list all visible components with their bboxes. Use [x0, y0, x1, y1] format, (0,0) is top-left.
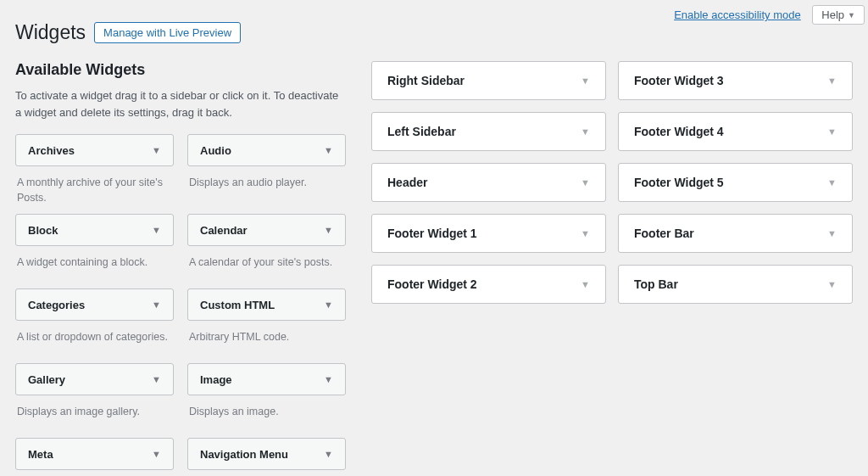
widget-label: Block [28, 224, 58, 237]
widget-description: Displays an image gallery. [15, 395, 174, 429]
widget-areas-panel: Right Sidebar ▼ Footer Widget 3 ▼ Left S… [371, 61, 853, 304]
widget-area-footer-widget-4[interactable]: Footer Widget 4 ▼ [618, 112, 853, 151]
caret-down-icon: ▼ [324, 225, 333, 235]
widget-navigation-menu[interactable]: Navigation Menu ▼ [187, 438, 346, 470]
widget-description: Displays an image. [187, 395, 346, 429]
area-label: Footer Bar [634, 227, 694, 240]
caret-down-icon: ▼ [848, 11, 855, 20]
widget-image[interactable]: Image ▼ [187, 363, 346, 395]
widget-description: A calendar of your site's posts. [187, 246, 346, 280]
caret-down-icon: ▼ [581, 76, 590, 86]
help-label: Help [821, 8, 844, 21]
widget-description: A list or dropdown of categories. [15, 321, 174, 355]
manage-live-preview-button[interactable]: Manage with Live Preview [94, 22, 241, 43]
area-label: Footer Widget 4 [634, 125, 724, 138]
caret-down-icon: ▼ [827, 228, 837, 238]
widget-block[interactable]: Block ▼ [15, 214, 174, 246]
widget-gallery[interactable]: Gallery ▼ [15, 363, 174, 395]
area-label: Footer Widget 3 [634, 74, 724, 87]
caret-down-icon: ▼ [152, 374, 161, 384]
widget-area-right-sidebar[interactable]: Right Sidebar ▼ [371, 61, 606, 100]
widget-label: Audio [200, 144, 231, 157]
widget-description: Add a navigation menu to your sidebar. [187, 470, 346, 476]
caret-down-icon: ▼ [324, 145, 333, 155]
accessibility-mode-link[interactable]: Enable accessibility mode [674, 8, 801, 21]
area-label: Header [387, 176, 427, 189]
widget-label: Gallery [28, 373, 65, 386]
caret-down-icon: ▼ [152, 225, 161, 235]
caret-down-icon: ▼ [581, 279, 590, 289]
widget-archives[interactable]: Archives ▼ [15, 134, 174, 166]
widget-description: A widget containing a block. [15, 246, 174, 280]
caret-down-icon: ▼ [152, 145, 161, 155]
caret-down-icon: ▼ [581, 177, 590, 188]
widget-area-top-bar[interactable]: Top Bar ▼ [618, 265, 853, 304]
widget-description: Arbitrary HTML code. [187, 321, 346, 355]
widget-label: Custom HTML [200, 299, 275, 311]
area-label: Footer Widget 2 [387, 277, 477, 291]
widget-area-footer-widget-3[interactable]: Footer Widget 3 ▼ [618, 61, 853, 100]
widget-label: Navigation Menu [200, 448, 288, 461]
available-widgets-panel: Available Widgets To activate a widget d… [15, 61, 346, 476]
caret-down-icon: ▼ [827, 126, 837, 137]
caret-down-icon: ▼ [152, 300, 161, 310]
widget-label: Archives [28, 144, 75, 157]
widget-area-footer-bar[interactable]: Footer Bar ▼ [618, 214, 853, 253]
caret-down-icon: ▼ [324, 300, 333, 310]
widget-categories[interactable]: Categories ▼ [15, 288, 174, 321]
widget-description: A monthly archive of your site's Posts. [15, 166, 174, 205]
widget-label: Categories [28, 299, 85, 311]
widget-area-footer-widget-2[interactable]: Footer Widget 2 ▼ [371, 265, 606, 304]
caret-down-icon: ▼ [581, 228, 590, 238]
caret-down-icon: ▼ [581, 126, 590, 137]
caret-down-icon: ▼ [827, 177, 837, 188]
caret-down-icon: ▼ [827, 76, 837, 86]
area-label: Left Sidebar [387, 125, 456, 138]
widget-area-header[interactable]: Header ▼ [371, 163, 606, 202]
area-label: Footer Widget 5 [634, 176, 724, 189]
widget-label: Meta [28, 448, 53, 461]
help-toggle[interactable]: Help ▼ [812, 5, 865, 25]
widget-area-left-sidebar[interactable]: Left Sidebar ▼ [371, 112, 606, 151]
widget-custom-html[interactable]: Custom HTML ▼ [187, 288, 346, 321]
widget-area-footer-widget-5[interactable]: Footer Widget 5 ▼ [618, 163, 853, 202]
page-title: Widgets [15, 21, 86, 44]
widget-label: Calendar [200, 224, 248, 237]
area-label: Top Bar [634, 277, 678, 291]
caret-down-icon: ▼ [324, 449, 333, 459]
available-widgets-description: To activate a widget drag it to a sideba… [15, 87, 346, 120]
caret-down-icon: ▼ [827, 279, 837, 289]
widget-description: Displays an audio player. [187, 166, 346, 200]
caret-down-icon: ▼ [152, 449, 161, 459]
caret-down-icon: ▼ [324, 374, 333, 384]
area-label: Footer Widget 1 [387, 227, 477, 240]
widget-calendar[interactable]: Calendar ▼ [187, 214, 346, 246]
widget-description: Login, RSS, & WordPress.org links. [15, 470, 174, 476]
page-header: Widgets Manage with Live Preview [15, 21, 853, 44]
widget-meta[interactable]: Meta ▼ [15, 438, 174, 470]
area-label: Right Sidebar [387, 74, 465, 87]
available-widgets-heading: Available Widgets [15, 61, 346, 79]
widget-audio[interactable]: Audio ▼ [187, 134, 346, 166]
widget-area-footer-widget-1[interactable]: Footer Widget 1 ▼ [371, 214, 606, 253]
widget-label: Image [200, 373, 232, 386]
